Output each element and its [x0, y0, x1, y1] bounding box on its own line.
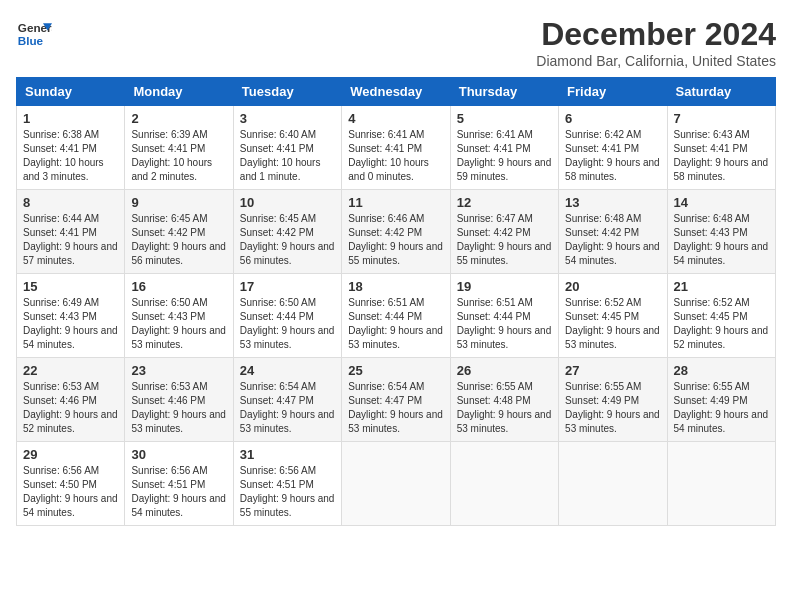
- day-number: 29: [23, 447, 118, 462]
- day-number: 13: [565, 195, 660, 210]
- day-info: Sunrise: 6:48 AMSunset: 4:42 PMDaylight:…: [565, 212, 660, 268]
- day-number: 11: [348, 195, 443, 210]
- day-number: 15: [23, 279, 118, 294]
- calendar-cell: 23Sunrise: 6:53 AMSunset: 4:46 PMDayligh…: [125, 358, 233, 442]
- calendar-cell: [667, 442, 775, 526]
- day-info: Sunrise: 6:46 AMSunset: 4:42 PMDaylight:…: [348, 212, 443, 268]
- day-info: Sunrise: 6:56 AMSunset: 4:51 PMDaylight:…: [131, 464, 226, 520]
- day-info: Sunrise: 6:50 AMSunset: 4:44 PMDaylight:…: [240, 296, 335, 352]
- week-row-1: 1Sunrise: 6:38 AMSunset: 4:41 PMDaylight…: [17, 106, 776, 190]
- calendar-cell: 3Sunrise: 6:40 AMSunset: 4:41 PMDaylight…: [233, 106, 341, 190]
- day-info: Sunrise: 6:43 AMSunset: 4:41 PMDaylight:…: [674, 128, 769, 184]
- title-area: December 2024 Diamond Bar, California, U…: [536, 16, 776, 69]
- calendar-cell: 25Sunrise: 6:54 AMSunset: 4:47 PMDayligh…: [342, 358, 450, 442]
- day-info: Sunrise: 6:42 AMSunset: 4:41 PMDaylight:…: [565, 128, 660, 184]
- day-number: 8: [23, 195, 118, 210]
- day-info: Sunrise: 6:55 AMSunset: 4:49 PMDaylight:…: [565, 380, 660, 436]
- calendar-cell: 2Sunrise: 6:39 AMSunset: 4:41 PMDaylight…: [125, 106, 233, 190]
- day-number: 7: [674, 111, 769, 126]
- logo-icon: General Blue: [16, 16, 52, 52]
- day-info: Sunrise: 6:51 AMSunset: 4:44 PMDaylight:…: [457, 296, 552, 352]
- weekday-header-wednesday: Wednesday: [342, 78, 450, 106]
- day-number: 27: [565, 363, 660, 378]
- day-number: 25: [348, 363, 443, 378]
- day-info: Sunrise: 6:39 AMSunset: 4:41 PMDaylight:…: [131, 128, 226, 184]
- calendar-cell: [559, 442, 667, 526]
- calendar-cell: 22Sunrise: 6:53 AMSunset: 4:46 PMDayligh…: [17, 358, 125, 442]
- svg-text:Blue: Blue: [18, 34, 44, 47]
- calendar-cell: [342, 442, 450, 526]
- day-number: 31: [240, 447, 335, 462]
- calendar-cell: 5Sunrise: 6:41 AMSunset: 4:41 PMDaylight…: [450, 106, 558, 190]
- day-number: 18: [348, 279, 443, 294]
- calendar-cell: 13Sunrise: 6:48 AMSunset: 4:42 PMDayligh…: [559, 190, 667, 274]
- day-info: Sunrise: 6:55 AMSunset: 4:48 PMDaylight:…: [457, 380, 552, 436]
- day-number: 28: [674, 363, 769, 378]
- day-info: Sunrise: 6:45 AMSunset: 4:42 PMDaylight:…: [131, 212, 226, 268]
- week-row-2: 8Sunrise: 6:44 AMSunset: 4:41 PMDaylight…: [17, 190, 776, 274]
- calendar-cell: 19Sunrise: 6:51 AMSunset: 4:44 PMDayligh…: [450, 274, 558, 358]
- calendar-cell: 24Sunrise: 6:54 AMSunset: 4:47 PMDayligh…: [233, 358, 341, 442]
- day-info: Sunrise: 6:50 AMSunset: 4:43 PMDaylight:…: [131, 296, 226, 352]
- day-info: Sunrise: 6:41 AMSunset: 4:41 PMDaylight:…: [457, 128, 552, 184]
- calendar-cell: 30Sunrise: 6:56 AMSunset: 4:51 PMDayligh…: [125, 442, 233, 526]
- day-info: Sunrise: 6:48 AMSunset: 4:43 PMDaylight:…: [674, 212, 769, 268]
- calendar-cell: 9Sunrise: 6:45 AMSunset: 4:42 PMDaylight…: [125, 190, 233, 274]
- day-number: 16: [131, 279, 226, 294]
- calendar-cell: 6Sunrise: 6:42 AMSunset: 4:41 PMDaylight…: [559, 106, 667, 190]
- day-number: 6: [565, 111, 660, 126]
- location: Diamond Bar, California, United States: [536, 53, 776, 69]
- logo: General Blue: [16, 16, 52, 52]
- week-row-3: 15Sunrise: 6:49 AMSunset: 4:43 PMDayligh…: [17, 274, 776, 358]
- day-info: Sunrise: 6:45 AMSunset: 4:42 PMDaylight:…: [240, 212, 335, 268]
- calendar-table: SundayMondayTuesdayWednesdayThursdayFrid…: [16, 77, 776, 526]
- day-number: 22: [23, 363, 118, 378]
- weekday-header-friday: Friday: [559, 78, 667, 106]
- day-info: Sunrise: 6:54 AMSunset: 4:47 PMDaylight:…: [240, 380, 335, 436]
- calendar-cell: 1Sunrise: 6:38 AMSunset: 4:41 PMDaylight…: [17, 106, 125, 190]
- calendar-cell: 4Sunrise: 6:41 AMSunset: 4:41 PMDaylight…: [342, 106, 450, 190]
- calendar-cell: 21Sunrise: 6:52 AMSunset: 4:45 PMDayligh…: [667, 274, 775, 358]
- month-title: December 2024: [536, 16, 776, 53]
- calendar-cell: [450, 442, 558, 526]
- day-number: 14: [674, 195, 769, 210]
- calendar-cell: 16Sunrise: 6:50 AMSunset: 4:43 PMDayligh…: [125, 274, 233, 358]
- calendar-cell: 20Sunrise: 6:52 AMSunset: 4:45 PMDayligh…: [559, 274, 667, 358]
- calendar-cell: 11Sunrise: 6:46 AMSunset: 4:42 PMDayligh…: [342, 190, 450, 274]
- day-info: Sunrise: 6:52 AMSunset: 4:45 PMDaylight:…: [565, 296, 660, 352]
- calendar-cell: 27Sunrise: 6:55 AMSunset: 4:49 PMDayligh…: [559, 358, 667, 442]
- day-info: Sunrise: 6:49 AMSunset: 4:43 PMDaylight:…: [23, 296, 118, 352]
- week-row-4: 22Sunrise: 6:53 AMSunset: 4:46 PMDayligh…: [17, 358, 776, 442]
- day-info: Sunrise: 6:41 AMSunset: 4:41 PMDaylight:…: [348, 128, 443, 184]
- day-number: 10: [240, 195, 335, 210]
- weekday-header-thursday: Thursday: [450, 78, 558, 106]
- day-number: 23: [131, 363, 226, 378]
- calendar-cell: 29Sunrise: 6:56 AMSunset: 4:50 PMDayligh…: [17, 442, 125, 526]
- header: General Blue December 2024 Diamond Bar, …: [16, 16, 776, 69]
- calendar-cell: 10Sunrise: 6:45 AMSunset: 4:42 PMDayligh…: [233, 190, 341, 274]
- calendar-cell: 8Sunrise: 6:44 AMSunset: 4:41 PMDaylight…: [17, 190, 125, 274]
- day-info: Sunrise: 6:53 AMSunset: 4:46 PMDaylight:…: [131, 380, 226, 436]
- calendar-cell: 17Sunrise: 6:50 AMSunset: 4:44 PMDayligh…: [233, 274, 341, 358]
- day-info: Sunrise: 6:51 AMSunset: 4:44 PMDaylight:…: [348, 296, 443, 352]
- day-info: Sunrise: 6:44 AMSunset: 4:41 PMDaylight:…: [23, 212, 118, 268]
- weekday-header-monday: Monday: [125, 78, 233, 106]
- day-number: 5: [457, 111, 552, 126]
- day-number: 12: [457, 195, 552, 210]
- day-number: 4: [348, 111, 443, 126]
- week-row-5: 29Sunrise: 6:56 AMSunset: 4:50 PMDayligh…: [17, 442, 776, 526]
- day-number: 2: [131, 111, 226, 126]
- day-info: Sunrise: 6:47 AMSunset: 4:42 PMDaylight:…: [457, 212, 552, 268]
- weekday-header-row: SundayMondayTuesdayWednesdayThursdayFrid…: [17, 78, 776, 106]
- calendar-cell: 18Sunrise: 6:51 AMSunset: 4:44 PMDayligh…: [342, 274, 450, 358]
- day-number: 3: [240, 111, 335, 126]
- day-number: 1: [23, 111, 118, 126]
- day-number: 21: [674, 279, 769, 294]
- calendar-cell: 7Sunrise: 6:43 AMSunset: 4:41 PMDaylight…: [667, 106, 775, 190]
- day-number: 30: [131, 447, 226, 462]
- day-number: 24: [240, 363, 335, 378]
- day-info: Sunrise: 6:53 AMSunset: 4:46 PMDaylight:…: [23, 380, 118, 436]
- day-number: 26: [457, 363, 552, 378]
- weekday-header-saturday: Saturday: [667, 78, 775, 106]
- weekday-header-sunday: Sunday: [17, 78, 125, 106]
